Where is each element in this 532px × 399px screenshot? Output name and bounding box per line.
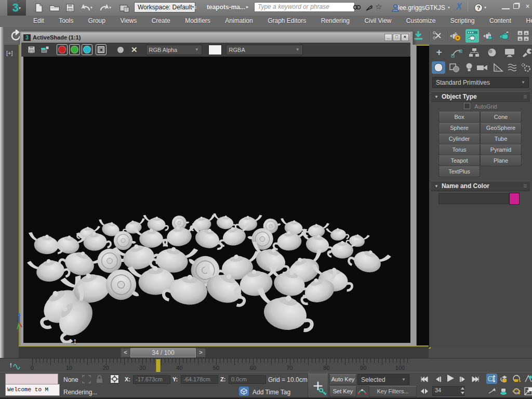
frame-step-spinner[interactable] [419, 386, 430, 396]
viewport-layout-icon[interactable] [516, 29, 530, 43]
hierarchy-tab-icon[interactable] [468, 46, 481, 59]
project-folder-icon[interactable] [117, 1, 131, 15]
open-file-icon[interactable] [48, 1, 61, 15]
helpers-category-icon[interactable] [491, 61, 505, 74]
timeline-playhead[interactable] [156, 359, 161, 373]
next-key-button[interactable] [457, 374, 468, 384]
username-label[interactable]: lee.griggsGTKJS [398, 4, 445, 11]
as-minimize-button[interactable]: _ [384, 34, 392, 41]
textplus-button[interactable]: TextPlus [438, 166, 480, 177]
orbit-icon[interactable] [511, 386, 522, 396]
save-image-icon[interactable] [24, 43, 38, 57]
selection-lock-icon[interactable] [96, 375, 103, 383]
time-tag-icon[interactable] [239, 387, 249, 396]
box-button[interactable]: Box [438, 112, 480, 123]
current-frame-field[interactable]: 34 [432, 386, 464, 396]
shapes-category-icon[interactable] [448, 61, 461, 74]
zoom-icon[interactable] [486, 374, 497, 384]
cone-button[interactable]: Cone [480, 112, 522, 123]
menu-graph-editors[interactable]: Graph Editors [261, 16, 312, 26]
auto-key-button[interactable]: Auto Key [329, 374, 356, 385]
key-mode-icon[interactable] [486, 386, 497, 396]
maximize-viewport-icon[interactable] [523, 386, 532, 396]
geometry-category-icon[interactable] [432, 61, 445, 74]
add-time-tag-label[interactable]: Add Time Tag [252, 389, 290, 396]
set-keys-button[interactable]: + [308, 374, 328, 398]
go-to-start-button[interactable] [419, 374, 430, 384]
filename-expand-arrow[interactable]: ▸ [246, 4, 249, 9]
x-coord-field[interactable]: -17.673cm [133, 375, 170, 384]
activeshade-title-bar[interactable]: 3 ActiveShade (1:1) _ □ × [21, 33, 410, 42]
max-logo[interactable]: 3▾ [7, 0, 26, 16]
display-tab-icon[interactable] [503, 46, 516, 59]
user-dropdown-arrow[interactable]: ▾ [448, 5, 450, 10]
communication-center-icon[interactable] [363, 1, 376, 15]
set-key-button[interactable]: Set Key [329, 386, 356, 397]
activeshade-render-icon[interactable] [499, 29, 512, 43]
menu-customize[interactable]: Customize [400, 16, 442, 26]
menu-tools[interactable]: Tools [52, 16, 79, 26]
pan-icon[interactable] [499, 386, 510, 396]
red-channel-button[interactable] [57, 44, 68, 55]
menu-group[interactable]: Group [82, 16, 112, 26]
workspace-menu-icon[interactable]: ≡ [193, 4, 196, 10]
state-sets-icon[interactable] [431, 29, 445, 43]
spacewarps-category-icon[interactable] [506, 61, 520, 74]
format-dropdown[interactable]: RGBA▼ [226, 45, 303, 55]
favorites-star-icon[interactable]: ☆ [375, 2, 382, 11]
autogrid-checkbox-row[interactable]: AutoGrid [429, 103, 532, 110]
key-filters-button[interactable]: Key Filters... [369, 386, 417, 397]
frame-indicator[interactable]: 34 / 100 [130, 348, 196, 357]
primitive-category-dropdown[interactable]: Standard Primitives▼ [432, 77, 529, 88]
menu-edit[interactable]: Edit [27, 16, 50, 26]
undo-dropdown-arrow[interactable]: ▾ [90, 5, 92, 10]
save-file-icon[interactable] [63, 1, 77, 15]
go-to-end-button[interactable] [470, 374, 481, 384]
window-resize-edge[interactable] [412, 45, 417, 347]
motion-tab-icon[interactable] [485, 46, 499, 59]
pyramid-button[interactable]: Pyramid [480, 144, 522, 155]
lights-category-icon[interactable] [462, 61, 476, 74]
rendered-frame-window-icon[interactable] [466, 29, 479, 43]
object-color-swatch[interactable] [509, 193, 520, 205]
clone-rendering-icon[interactable] [38, 43, 51, 57]
menu-scripting[interactable]: Scripting [444, 16, 481, 26]
create-tab-icon[interactable]: + [432, 46, 446, 59]
maxscript-mini-listener[interactable]: Welcome to M [5, 384, 60, 396]
workspace-dropdown[interactable]: Workspace: Default▾ [134, 2, 195, 12]
systems-category-icon[interactable] [520, 61, 532, 74]
render-production-icon[interactable] [482, 29, 496, 43]
frame-spinner-arrows[interactable] [460, 387, 465, 395]
menu-help[interactable]: Help [520, 16, 532, 26]
selection-set-dropdown[interactable]: Selected▼ [357, 374, 409, 385]
help-icon[interactable]: ? [472, 1, 485, 15]
menu-modifiers[interactable]: Modifiers [179, 16, 217, 26]
object-type-rollout-header[interactable]: ▼ Object Type ≡ [431, 91, 530, 102]
exchange-x-icon[interactable]: X [456, 2, 462, 11]
geosphere-button[interactable]: GeoSphere [480, 123, 522, 134]
background-color-swatch[interactable] [208, 45, 222, 55]
cylinder-button[interactable]: Cylinder [438, 134, 480, 144]
search-input[interactable]: Type a keyword or phrase [254, 2, 355, 12]
minimize-button[interactable] [502, 4, 510, 9]
search-icon[interactable] [350, 1, 364, 15]
sphere-button[interactable]: Sphere [438, 123, 480, 134]
menu-civil-view[interactable]: Civil View [358, 16, 397, 26]
blue-channel-button[interactable] [82, 44, 92, 55]
teapot-button[interactable]: Teapot [438, 155, 480, 166]
tube-button[interactable]: Tube [480, 134, 522, 144]
fov-icon[interactable] [523, 374, 532, 384]
close-button[interactable]: × [524, 3, 531, 10]
help-dropdown-arrow[interactable]: ▾ [484, 5, 486, 10]
activeshade-render-canvas[interactable] [23, 57, 410, 343]
redo-dropdown-arrow[interactable]: ▾ [109, 5, 111, 10]
channel-display-dropdown[interactable]: RGB Alpha▼ [146, 45, 202, 55]
keyable-icon[interactable] [357, 386, 367, 395]
render-setup-icon[interactable] [449, 29, 462, 43]
zoom-region-icon[interactable] [511, 374, 522, 384]
y-coord-field[interactable]: -64.178cm [181, 375, 218, 384]
name-color-rollout-header[interactable]: ▼ Name and Color ≡ [431, 181, 530, 191]
isolate-selection-icon[interactable] [82, 375, 91, 383]
menu-create[interactable]: Create [145, 16, 177, 26]
torus-button[interactable]: Torus [438, 144, 480, 155]
